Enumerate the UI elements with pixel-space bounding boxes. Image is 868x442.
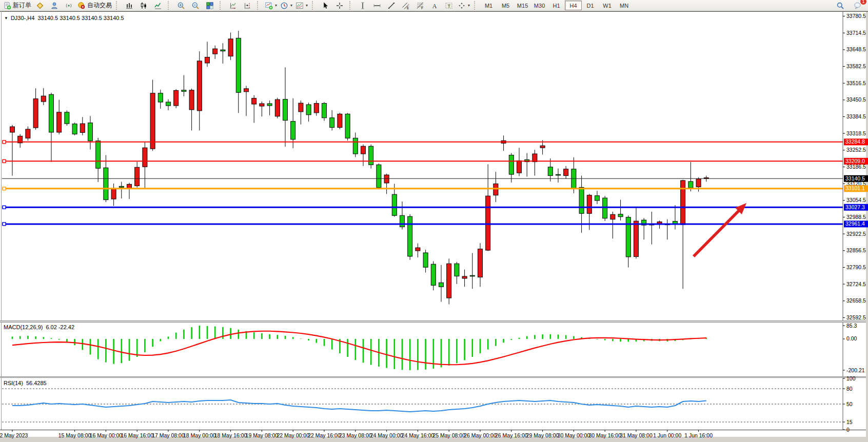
timeframe-m1-button[interactable]: M1 (480, 1, 497, 10)
candle (532, 154, 537, 162)
candle (205, 57, 210, 63)
chart-shift-button[interactable] (240, 0, 254, 11)
time-axis-label: 16 May 16:00 (121, 432, 153, 438)
candle (462, 276, 467, 278)
dropdown-caret-icon[interactable]: ▾ (275, 3, 277, 8)
price-tag-label: 32961.4 (845, 220, 865, 227)
template-button[interactable]: ▾ (294, 0, 309, 11)
candle (494, 184, 498, 195)
arrows-icon (458, 2, 466, 10)
labelT-icon: T (445, 2, 453, 10)
arrows-button[interactable]: ▾ (456, 0, 471, 11)
candle (478, 249, 483, 277)
candle (26, 129, 30, 138)
time-axis-label: 24 May 00:00 (370, 432, 403, 438)
new-order-button-label: 新订单 (13, 1, 31, 10)
candle (681, 180, 685, 225)
price-tag-label: 33140.5 (845, 175, 865, 182)
line-anchor-marker[interactable] (3, 140, 6, 144)
toolbar-separator (349, 1, 353, 10)
candle (306, 105, 311, 115)
chart-canvas[interactable]: 33780.533714.533648.533582.533516.533450… (0, 11, 868, 442)
candle (166, 102, 171, 106)
linechart-icon (154, 2, 162, 10)
line-chart-button[interactable] (151, 0, 165, 11)
vline-icon (359, 2, 367, 10)
signals-button[interactable] (62, 0, 76, 11)
toolbar-right: 1 (833, 0, 868, 11)
line-anchor-marker[interactable] (3, 187, 6, 190)
bar-chart-button[interactable] (122, 0, 136, 11)
search-icon (836, 2, 844, 10)
text-button[interactable]: A (427, 0, 442, 11)
price-tag-label: 33101.1 (845, 185, 865, 191)
tile-windows-button[interactable] (203, 0, 217, 11)
candle (158, 93, 163, 102)
hline-button[interactable] (370, 0, 384, 11)
line-anchor-marker[interactable] (3, 223, 6, 226)
dropdown-caret-icon[interactable]: ▾ (306, 3, 308, 8)
autotrade-button[interactable]: 自动交易 (76, 0, 113, 11)
candle (291, 122, 295, 139)
cursor-button[interactable] (318, 0, 332, 11)
candle-chart-button[interactable] (136, 0, 151, 11)
crosshair-button[interactable] (332, 0, 347, 11)
gold-icon (36, 2, 44, 10)
price-axis-label: 33054.5 (846, 197, 866, 203)
label-button[interactable]: T (442, 0, 456, 11)
tile-icon (206, 2, 214, 10)
dropdown-caret-icon[interactable]: ▾ (468, 3, 470, 8)
candle (252, 98, 257, 104)
candle (408, 216, 412, 256)
candle (197, 61, 202, 111)
timeframe-w1-button[interactable]: W1 (599, 1, 616, 10)
timeframe-h1-button[interactable]: H1 (548, 1, 565, 10)
candle (455, 264, 459, 276)
candle (696, 179, 701, 187)
svg-text:A: A (432, 2, 437, 9)
auto-scroll-button[interactable] (226, 0, 240, 11)
timeframe-h4-button[interactable]: H4 (565, 1, 582, 10)
dropdown-caret-icon[interactable]: ▾ (290, 3, 292, 8)
fibonacci-button[interactable]: F (413, 0, 427, 11)
candle (104, 168, 108, 199)
timeframe-m5-button[interactable]: M5 (497, 1, 514, 10)
chart-window[interactable]: 33780.533714.533648.533582.533516.533450… (0, 11, 868, 442)
new-chart-button[interactable]: ▾ (263, 0, 279, 11)
toolbar-group (172, 0, 219, 11)
candle (540, 146, 545, 148)
new-order-button[interactable]: 新订单 (2, 0, 33, 11)
charts-button[interactable] (33, 0, 47, 11)
candle (244, 89, 249, 92)
trendline-button[interactable] (384, 0, 399, 11)
svg-text:E: E (407, 6, 409, 9)
candle (228, 39, 233, 56)
candle (369, 146, 373, 165)
time-axis-label: 19 May 08:00 (246, 432, 279, 438)
hline-icon (373, 2, 381, 10)
zoom-in-button[interactable] (174, 0, 188, 11)
chat-button[interactable]: 1 (851, 0, 865, 11)
timeframe-m30-button[interactable]: M30 (531, 1, 548, 10)
chartshift-icon (243, 2, 251, 10)
timeframe-m15-button[interactable]: M15 (514, 1, 531, 10)
candle (174, 90, 179, 106)
macd-axis-label: 85.3 (846, 323, 857, 329)
line-anchor-marker[interactable] (3, 206, 6, 209)
candle (267, 104, 272, 106)
candle (80, 124, 85, 132)
zoom-out-button[interactable] (188, 0, 203, 11)
svg-text:F: F (421, 6, 423, 10)
toolbar-separator (116, 1, 120, 10)
timeframe-d1-button[interactable]: D1 (582, 1, 599, 10)
timeframe-mn-button[interactable]: MN (616, 1, 633, 10)
macd-axis-label: -200.21 (846, 367, 865, 373)
vline-button[interactable] (356, 0, 370, 11)
line-anchor-marker[interactable] (3, 159, 6, 163)
collapse-icon[interactable]: ▼ (4, 16, 8, 21)
period-button[interactable]: ▾ (279, 0, 294, 11)
candle (72, 124, 77, 134)
profile-button[interactable] (47, 0, 62, 11)
channel-button[interactable]: E (399, 0, 413, 11)
search-button[interactable] (833, 0, 847, 11)
